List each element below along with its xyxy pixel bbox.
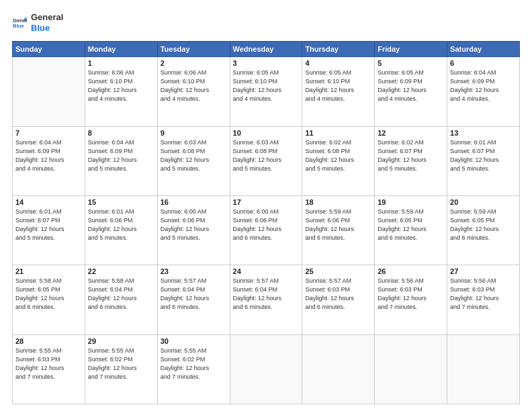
day-number: 16 bbox=[161, 198, 227, 206]
calendar-cell: 29Sunrise: 5:55 AM Sunset: 6:02 PM Dayli… bbox=[85, 334, 157, 404]
day-number: 30 bbox=[161, 337, 227, 345]
calendar-cell: 23Sunrise: 5:57 AM Sunset: 6:04 PM Dayli… bbox=[157, 265, 230, 334]
header: General Blue General Blue bbox=[12, 12, 520, 33]
day-number: 22 bbox=[88, 267, 154, 275]
calendar-cell: 19Sunrise: 5:59 AM Sunset: 6:05 PM Dayli… bbox=[375, 195, 447, 265]
day-info: Sunrise: 6:05 AM Sunset: 6:10 PM Dayligh… bbox=[233, 68, 300, 103]
day-info: Sunrise: 5:57 AM Sunset: 6:04 PM Dayligh… bbox=[161, 277, 227, 312]
day-number: 3 bbox=[233, 59, 300, 67]
day-info: Sunrise: 6:02 AM Sunset: 6:08 PM Dayligh… bbox=[305, 138, 371, 173]
day-number: 23 bbox=[161, 267, 227, 275]
day-info: Sunrise: 6:04 AM Sunset: 6:09 PM Dayligh… bbox=[15, 138, 82, 173]
day-info: Sunrise: 5:59 AM Sunset: 6:05 PM Dayligh… bbox=[450, 208, 517, 242]
day-info: Sunrise: 6:00 AM Sunset: 6:06 PM Dayligh… bbox=[233, 208, 300, 242]
week-row-1: 1Sunrise: 6:06 AM Sunset: 6:10 PM Daylig… bbox=[13, 57, 520, 126]
day-info: Sunrise: 6:03 AM Sunset: 6:08 PM Dayligh… bbox=[233, 138, 300, 173]
day-number: 10 bbox=[233, 129, 300, 137]
day-number: 1 bbox=[88, 59, 154, 67]
calendar-table: SundayMondayTuesdayWednesdayThursdayFrid… bbox=[12, 41, 520, 404]
day-info: Sunrise: 5:59 AM Sunset: 6:05 PM Dayligh… bbox=[378, 208, 444, 242]
day-number: 15 bbox=[88, 198, 154, 206]
day-info: Sunrise: 5:59 AM Sunset: 6:06 PM Dayligh… bbox=[305, 208, 371, 242]
day-number: 24 bbox=[233, 267, 300, 275]
logo-blue: Blue bbox=[31, 23, 63, 34]
calendar-cell: 14Sunrise: 6:01 AM Sunset: 6:07 PM Dayli… bbox=[13, 195, 85, 265]
day-info: Sunrise: 5:55 AM Sunset: 6:03 PM Dayligh… bbox=[15, 347, 82, 381]
day-number: 13 bbox=[450, 129, 517, 137]
day-info: Sunrise: 5:57 AM Sunset: 6:04 PM Dayligh… bbox=[233, 277, 300, 312]
day-number: 4 bbox=[305, 59, 371, 67]
day-info: Sunrise: 6:04 AM Sunset: 6:09 PM Dayligh… bbox=[450, 68, 517, 103]
day-info: Sunrise: 5:55 AM Sunset: 6:02 PM Dayligh… bbox=[88, 347, 154, 381]
week-row-5: 28Sunrise: 5:55 AM Sunset: 6:03 PM Dayli… bbox=[13, 334, 520, 404]
day-info: Sunrise: 5:58 AM Sunset: 6:05 PM Dayligh… bbox=[15, 277, 82, 312]
calendar-cell bbox=[230, 334, 302, 404]
day-number: 25 bbox=[305, 267, 371, 275]
calendar-cell bbox=[447, 334, 520, 404]
day-number: 21 bbox=[15, 267, 82, 275]
day-number: 19 bbox=[378, 198, 444, 206]
day-number: 17 bbox=[233, 198, 300, 206]
day-info: Sunrise: 5:55 AM Sunset: 6:02 PM Dayligh… bbox=[161, 347, 227, 381]
calendar-cell bbox=[375, 334, 447, 404]
day-number: 5 bbox=[378, 59, 444, 67]
calendar-cell: 30Sunrise: 5:55 AM Sunset: 6:02 PM Dayli… bbox=[157, 334, 230, 404]
weekday-header-saturday: Saturday bbox=[447, 42, 520, 57]
day-info: Sunrise: 5:56 AM Sunset: 6:03 PM Dayligh… bbox=[378, 277, 444, 312]
day-number: 7 bbox=[15, 129, 82, 137]
day-number: 18 bbox=[305, 198, 371, 206]
weekday-header-tuesday: Tuesday bbox=[157, 42, 230, 57]
week-row-2: 7Sunrise: 6:04 AM Sunset: 6:09 PM Daylig… bbox=[13, 126, 520, 195]
calendar-cell: 2Sunrise: 6:06 AM Sunset: 6:10 PM Daylig… bbox=[157, 57, 230, 126]
day-number: 28 bbox=[15, 337, 82, 345]
calendar-cell: 26Sunrise: 5:56 AM Sunset: 6:03 PM Dayli… bbox=[375, 265, 447, 334]
day-number: 6 bbox=[450, 59, 517, 67]
calendar-cell: 11Sunrise: 6:02 AM Sunset: 6:08 PM Dayli… bbox=[302, 126, 375, 195]
day-number: 2 bbox=[161, 59, 227, 67]
day-number: 27 bbox=[450, 267, 517, 275]
day-info: Sunrise: 6:01 AM Sunset: 6:07 PM Dayligh… bbox=[450, 138, 517, 173]
calendar-cell: 5Sunrise: 6:05 AM Sunset: 6:09 PM Daylig… bbox=[375, 57, 447, 126]
calendar-cell: 13Sunrise: 6:01 AM Sunset: 6:07 PM Dayli… bbox=[447, 126, 520, 195]
calendar-cell: 25Sunrise: 5:57 AM Sunset: 6:03 PM Dayli… bbox=[302, 265, 375, 334]
day-info: Sunrise: 6:02 AM Sunset: 6:07 PM Dayligh… bbox=[378, 138, 444, 173]
svg-text:Blue: Blue bbox=[13, 22, 24, 28]
calendar-cell: 21Sunrise: 5:58 AM Sunset: 6:05 PM Dayli… bbox=[13, 265, 85, 334]
day-info: Sunrise: 6:00 AM Sunset: 6:06 PM Dayligh… bbox=[161, 208, 227, 242]
weekday-row: SundayMondayTuesdayWednesdayThursdayFrid… bbox=[13, 42, 520, 57]
day-info: Sunrise: 6:06 AM Sunset: 6:10 PM Dayligh… bbox=[88, 68, 154, 103]
calendar-cell bbox=[302, 334, 375, 404]
calendar-cell: 6Sunrise: 6:04 AM Sunset: 6:09 PM Daylig… bbox=[447, 57, 520, 126]
day-info: Sunrise: 5:56 AM Sunset: 6:03 PM Dayligh… bbox=[450, 277, 517, 312]
day-info: Sunrise: 6:01 AM Sunset: 6:06 PM Dayligh… bbox=[88, 208, 154, 242]
calendar-cell bbox=[13, 57, 85, 126]
weekday-header-thursday: Thursday bbox=[302, 42, 375, 57]
calendar-cell: 22Sunrise: 5:58 AM Sunset: 6:04 PM Dayli… bbox=[85, 265, 157, 334]
calendar-cell: 10Sunrise: 6:03 AM Sunset: 6:08 PM Dayli… bbox=[230, 126, 302, 195]
calendar-cell: 3Sunrise: 6:05 AM Sunset: 6:10 PM Daylig… bbox=[230, 57, 302, 126]
calendar-cell: 16Sunrise: 6:00 AM Sunset: 6:06 PM Dayli… bbox=[157, 195, 230, 265]
day-number: 29 bbox=[88, 337, 154, 345]
calendar-cell: 12Sunrise: 6:02 AM Sunset: 6:07 PM Dayli… bbox=[375, 126, 447, 195]
day-info: Sunrise: 6:05 AM Sunset: 6:09 PM Dayligh… bbox=[378, 68, 444, 103]
weekday-header-wednesday: Wednesday bbox=[230, 42, 302, 57]
weekday-header-friday: Friday bbox=[375, 42, 447, 57]
logo-icon: General Blue bbox=[12, 15, 27, 30]
day-number: 26 bbox=[378, 267, 444, 275]
day-number: 9 bbox=[161, 129, 227, 137]
calendar-body: 1Sunrise: 6:06 AM Sunset: 6:10 PM Daylig… bbox=[13, 57, 520, 404]
weekday-header-sunday: Sunday bbox=[13, 42, 85, 57]
calendar-cell: 8Sunrise: 6:04 AM Sunset: 6:09 PM Daylig… bbox=[85, 126, 157, 195]
calendar-cell: 24Sunrise: 5:57 AM Sunset: 6:04 PM Dayli… bbox=[230, 265, 302, 334]
day-info: Sunrise: 6:05 AM Sunset: 6:10 PM Dayligh… bbox=[305, 68, 371, 103]
logo: General Blue General Blue bbox=[12, 12, 63, 33]
calendar-cell: 4Sunrise: 6:05 AM Sunset: 6:10 PM Daylig… bbox=[302, 57, 375, 126]
day-info: Sunrise: 5:57 AM Sunset: 6:03 PM Dayligh… bbox=[305, 277, 371, 312]
calendar-cell: 1Sunrise: 6:06 AM Sunset: 6:10 PM Daylig… bbox=[85, 57, 157, 126]
day-number: 11 bbox=[305, 129, 371, 137]
day-number: 14 bbox=[15, 198, 82, 206]
week-row-4: 21Sunrise: 5:58 AM Sunset: 6:05 PM Dayli… bbox=[13, 265, 520, 334]
day-info: Sunrise: 6:03 AM Sunset: 6:08 PM Dayligh… bbox=[161, 138, 227, 173]
day-number: 12 bbox=[378, 129, 444, 137]
calendar-cell: 18Sunrise: 5:59 AM Sunset: 6:06 PM Dayli… bbox=[302, 195, 375, 265]
